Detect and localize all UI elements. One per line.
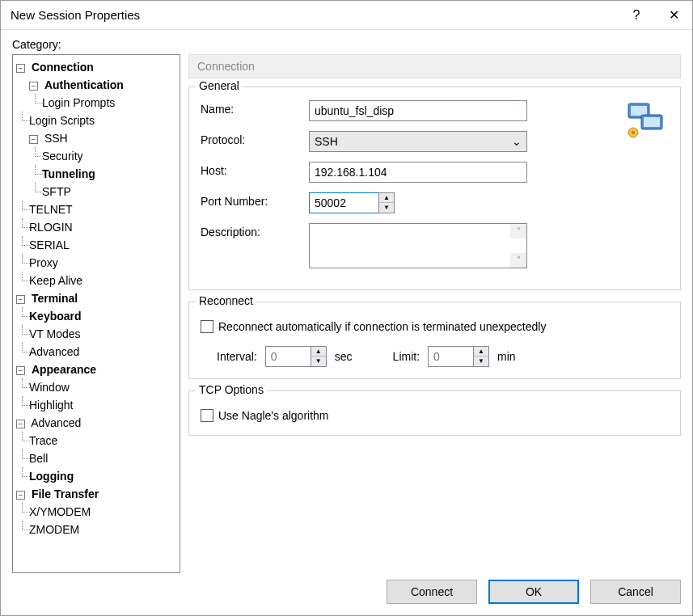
protocol-label: Protocol:: [201, 131, 309, 146]
tree-item-advanced-root[interactable]: Advanced: [31, 416, 81, 429]
tree-item-keyboard[interactable]: Keyboard: [29, 310, 82, 323]
description-textarea[interactable]: ˄ ˅: [309, 223, 527, 268]
dialog-buttons: Connect OK Cancel: [12, 580, 681, 604]
spinner-down-icon[interactable]: ▼: [379, 203, 394, 213]
tree-item-file-transfer[interactable]: File Transfer: [32, 487, 99, 500]
port-label: Port Number:: [201, 192, 309, 208]
computers-icon: [623, 100, 669, 141]
spinner-up-icon[interactable]: ▲: [379, 193, 394, 203]
tree-item-bell[interactable]: Bell: [29, 452, 48, 465]
nagle-label: Use Nagle's algorithm: [218, 409, 329, 422]
tree-item-keep-alive[interactable]: Keep Alive: [29, 274, 82, 287]
nagle-checkbox[interactable]: [201, 409, 213, 422]
settings-panel: Connection General Name: Protocol: SSH ⌄: [188, 54, 681, 573]
reconnect-checkbox[interactable]: [201, 320, 213, 333]
category-label: Category:: [12, 38, 681, 51]
svg-rect-5: [632, 131, 635, 134]
spinner-down-icon[interactable]: ▼: [474, 357, 488, 366]
tree-item-zmodem[interactable]: ZMODEM: [29, 523, 79, 536]
tree-item-authentication[interactable]: Authentication: [44, 78, 124, 91]
category-tree: − Connection − Authentication Login Prom…: [15, 58, 178, 538]
window-title: New Session Properties: [11, 8, 618, 22]
dialog-body: Category: − Connection − Authentication: [1, 30, 692, 615]
category-tree-panel: − Connection − Authentication Login Prom…: [12, 54, 180, 573]
tree-toggle-icon[interactable]: −: [16, 295, 25, 304]
tree-item-xymodem[interactable]: X/YMODEM: [29, 505, 91, 518]
reconnect-title: Reconnect: [196, 294, 256, 307]
tree-item-sftp[interactable]: SFTP: [42, 185, 71, 198]
limit-input[interactable]: [428, 346, 473, 367]
protocol-value: SSH: [315, 135, 338, 148]
general-group: General Name: Protocol: SSH ⌄: [188, 86, 681, 290]
tree-toggle-icon[interactable]: −: [29, 135, 38, 144]
tree-item-window[interactable]: Window: [29, 381, 70, 394]
dialog-window: New Session Properties ? ✕ Category: − C…: [0, 0, 693, 616]
tree-item-trace[interactable]: Trace: [29, 434, 57, 447]
protocol-select[interactable]: SSH ⌄: [309, 131, 527, 152]
name-label: Name:: [201, 100, 309, 116]
spinner-up-icon[interactable]: ▲: [311, 347, 326, 357]
tcp-group: TCP Options Use Nagle's algorithm: [188, 390, 681, 436]
help-button[interactable]: ?: [618, 1, 655, 30]
tree-toggle-icon[interactable]: −: [16, 420, 25, 428]
limit-spinner[interactable]: ▲ ▼: [428, 346, 489, 367]
tree-item-serial[interactable]: SERIAL: [29, 238, 70, 251]
chevron-down-icon: ⌄: [512, 135, 522, 148]
tree-toggle-icon[interactable]: −: [29, 82, 38, 91]
interval-spinner[interactable]: ▲ ▼: [265, 346, 327, 367]
spinner-down-icon[interactable]: ▼: [311, 357, 326, 366]
section-header: Connection: [188, 54, 681, 78]
tree-item-appearance[interactable]: Appearance: [32, 363, 96, 376]
host-input[interactable]: [309, 162, 527, 183]
limit-label: Limit:: [393, 350, 420, 363]
svg-rect-1: [631, 106, 647, 116]
main-area: − Connection − Authentication Login Prom…: [12, 54, 681, 573]
tree-item-rlogin[interactable]: RLOGIN: [29, 221, 73, 234]
tree-item-vt-modes[interactable]: VT Modes: [29, 327, 81, 340]
scroll-up-icon[interactable]: ˄: [510, 224, 526, 238]
connect-button[interactable]: Connect: [387, 580, 477, 604]
tree-item-terminal[interactable]: Terminal: [32, 292, 78, 305]
titlebar: New Session Properties ? ✕: [1, 1, 692, 30]
tree-item-login-prompts[interactable]: Login Prompts: [42, 96, 115, 109]
scroll-down-icon[interactable]: ˅: [510, 253, 526, 268]
tree-item-security[interactable]: Security: [42, 150, 83, 162]
tree-toggle-icon[interactable]: −: [16, 366, 25, 375]
interval-unit: sec: [335, 350, 353, 363]
name-input[interactable]: [309, 100, 527, 121]
host-label: Host:: [201, 162, 309, 177]
tcp-title: TCP Options: [196, 383, 267, 396]
tree-item-highlight[interactable]: Highlight: [29, 399, 73, 411]
description-label: Description:: [201, 223, 309, 238]
limit-unit: min: [497, 350, 516, 363]
tree-item-connection[interactable]: Connection: [32, 61, 94, 74]
port-spinner[interactable]: ▲ ▼: [309, 192, 395, 213]
port-input[interactable]: [309, 192, 378, 213]
cancel-button[interactable]: Cancel: [590, 580, 681, 604]
tree-item-login-scripts[interactable]: Login Scripts: [29, 114, 95, 127]
tree-item-proxy[interactable]: Proxy: [29, 256, 58, 269]
tree-item-ssh[interactable]: SSH: [44, 132, 68, 145]
tree-item-telnet[interactable]: TELNET: [29, 203, 73, 216]
reconnect-checkbox-label: Reconnect automatically if connection is…: [218, 320, 546, 333]
close-button[interactable]: ✕: [655, 1, 692, 30]
interval-label: Interval:: [217, 350, 257, 363]
spinner-up-icon[interactable]: ▲: [474, 347, 488, 357]
tree-toggle-icon[interactable]: −: [16, 491, 25, 500]
tree-item-logging[interactable]: Logging: [29, 470, 74, 483]
reconnect-group: Reconnect Reconnect automatically if con…: [188, 302, 681, 379]
tree-item-advanced[interactable]: Advanced: [29, 345, 79, 358]
svg-rect-3: [644, 117, 660, 127]
general-title: General: [196, 79, 243, 92]
tree-item-tunneling[interactable]: Tunneling: [42, 167, 95, 180]
tree-toggle-icon[interactable]: −: [16, 64, 25, 73]
ok-button[interactable]: OK: [488, 580, 579, 604]
interval-input[interactable]: [265, 346, 311, 367]
